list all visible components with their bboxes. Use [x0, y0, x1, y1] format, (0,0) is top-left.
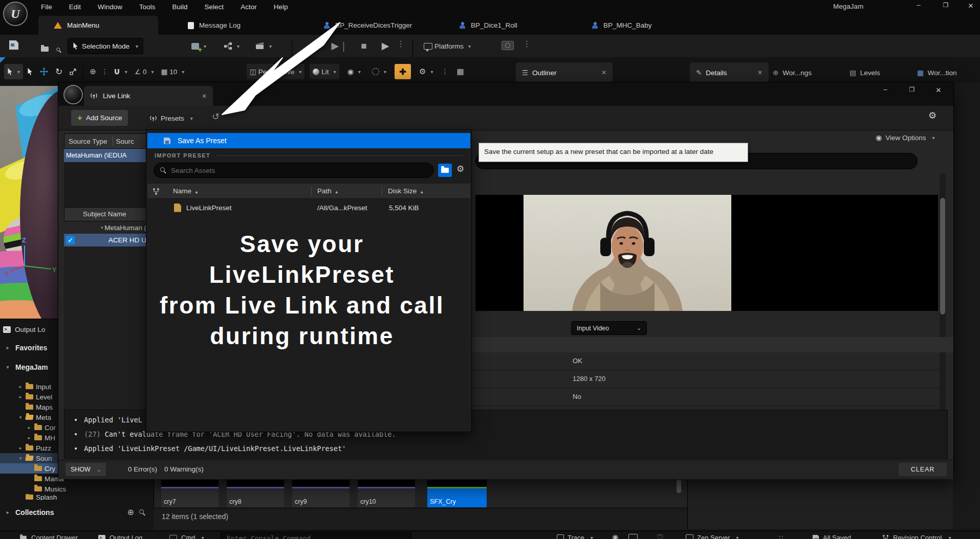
- asset-tab-bp_dice1_roll[interactable]: BP_Dice1_Roll: [457, 16, 519, 35]
- rotate-tool-icon[interactable]: ↻: [52, 64, 66, 79]
- viewport-3d-scene[interactable]: Z x Y: [0, 86, 58, 319]
- expand-arrow-icon[interactable]: ▸: [18, 394, 23, 399]
- blueprints-button[interactable]: ▾: [221, 38, 243, 54]
- menu-item-actor[interactable]: Actor: [241, 3, 257, 11]
- source-type-column[interactable]: Source Type: [64, 138, 107, 145]
- view-settings-gear-icon[interactable]: ⚙: [456, 164, 464, 174]
- column-disk-size[interactable]: Disk Size▲: [388, 187, 424, 195]
- clear-log-button[interactable]: CLEAR: [899, 463, 947, 476]
- asset-scrollbar-thumb[interactable]: [677, 480, 681, 493]
- view-options-dropdown[interactable]: ◉ View Options ▾: [876, 133, 935, 142]
- menu-item-help[interactable]: Help: [274, 3, 288, 11]
- collections-search-icon[interactable]: [139, 509, 145, 515]
- play-options-dots-icon[interactable]: ⋮: [397, 39, 405, 49]
- view-modes-dropdown[interactable]: ▾: [369, 64, 389, 79]
- subject-name-column[interactable]: Subject Name: [83, 210, 126, 218]
- all-saved-button[interactable]: All Saved: [813, 534, 851, 539]
- perspective-dropdown[interactable]: ◫ Perspective ▾: [247, 64, 304, 79]
- close-icon[interactable]: ✕: [601, 69, 606, 76]
- tab-world-partition[interactable]: ▦ Wor...tion: [911, 62, 963, 83]
- asset-tile-cry9[interactable]: cry9: [292, 480, 350, 507]
- add-source-button[interactable]: + Add Source: [71, 110, 128, 126]
- favorites-section[interactable]: ▸Favorites: [5, 344, 47, 352]
- tab-world-settings[interactable]: ⊕ Wor...ngs: [767, 62, 818, 83]
- content-drawer-button[interactable]: Content Drawer: [19, 534, 78, 539]
- open-folder-view-button[interactable]: [438, 164, 452, 177]
- menu-item-file[interactable]: File: [41, 3, 52, 11]
- trace-dropdown[interactable]: Trace▾: [557, 534, 593, 539]
- asset-tile-sfx_cry[interactable]: SFX_Cry: [427, 480, 487, 507]
- save-all-icon[interactable]: [9, 40, 18, 50]
- output-log-button[interactable]: >_ Output Log: [98, 534, 142, 539]
- add-collection-icon[interactable]: ⊕: [127, 507, 134, 517]
- lit-mode-dropdown[interactable]: Lit ▾: [310, 64, 339, 79]
- asset-tab-bp_receivedicestrigger[interactable]: BP_ReceiveDicesTrigger: [321, 16, 414, 35]
- presets-dropdown[interactable]: Presets ▾: [149, 111, 193, 125]
- tab-details[interactable]: ✎ Details ✕: [690, 62, 769, 83]
- world-space-icon[interactable]: ⊕: [86, 64, 99, 79]
- menu-item-build[interactable]: Build: [172, 3, 188, 11]
- surface-snap-dropdown[interactable]: ▾: [111, 64, 130, 79]
- selection-highlight-toggle[interactable]: ✚: [395, 64, 411, 79]
- close-icon[interactable]: ✕: [757, 69, 763, 76]
- project-section[interactable]: ▾MegaJam: [5, 363, 48, 371]
- screenshot-icon[interactable]: [628, 534, 638, 539]
- rotation-snap-dropdown[interactable]: ∠ 0 ▾: [132, 64, 157, 79]
- close-icon[interactable]: ✕: [202, 93, 207, 100]
- toolbar-options-dots-icon[interactable]: ⋮: [523, 39, 531, 49]
- tab-outliner[interactable]: ☰ Outliner ✕: [516, 62, 613, 83]
- asset-tile-cry7[interactable]: cry7: [161, 480, 219, 507]
- window-close-button[interactable]: ✕: [927, 86, 950, 94]
- browse-content-icon[interactable]: [41, 47, 49, 52]
- zen-server-dropdown[interactable]: Zen Server▾: [686, 534, 738, 539]
- output-log-tab[interactable]: >_ Output Lo: [3, 322, 45, 336]
- expand-arrow-icon[interactable]: ▸: [18, 445, 23, 451]
- revert-preset-icon[interactable]: ↺: [212, 111, 220, 122]
- console-command-input[interactable]: Enter Console Command: [220, 532, 412, 539]
- derived-data-dots-icon[interactable]: ∷: [779, 534, 783, 539]
- menu-item-window[interactable]: Window: [98, 3, 122, 11]
- asset-tab-message log[interactable]: Message Log: [186, 16, 243, 35]
- unreal-logo[interactable]: U: [3, 2, 28, 26]
- expand-arrow-icon[interactable]: ▾: [18, 415, 23, 420]
- eject-button[interactable]: ▶: [377, 37, 394, 55]
- add-actor-button[interactable]: + ▾: [188, 38, 209, 54]
- close-button[interactable]: ✕: [961, 2, 980, 10]
- show-filter-dropdown[interactable]: SHOW ⌄: [66, 463, 106, 476]
- asset-tab-bp_mhc_baby[interactable]: BP_MHC_Baby: [590, 16, 654, 35]
- recorder-icon[interactable]: [502, 41, 514, 50]
- asset-tile-cry10[interactable]: cry10: [358, 480, 415, 507]
- timer-icon[interactable]: ◉: [612, 533, 618, 539]
- grid-snap-dropdown[interactable]: ▦ 10 ▾: [158, 64, 188, 79]
- platforms-dropdown[interactable]: Platforms ▾: [421, 38, 474, 54]
- livelink-settings-gear-icon[interactable]: ⚙: [928, 110, 937, 121]
- expand-arrow-icon[interactable]: ▸: [27, 435, 32, 440]
- cinematics-button[interactable]: ▾: [253, 38, 275, 54]
- folder-tree-item-musics[interactable]: Musics: [0, 484, 154, 494]
- livelink-tab[interactable]: Live Link ✕: [84, 86, 213, 106]
- revision-control-dropdown[interactable]: Revision Control▾: [882, 534, 951, 539]
- subject-checkbox[interactable]: ✓: [66, 236, 75, 244]
- asset-tile-cry8[interactable]: cry8: [227, 480, 284, 507]
- expand-arrow-icon[interactable]: ▸: [18, 384, 23, 389]
- layout-grid-icon[interactable]: ▦: [456, 67, 464, 76]
- expand-arrow-icon[interactable]: ▸: [27, 425, 32, 430]
- source-row[interactable]: MetaHuman (\EDUA: [64, 149, 146, 162]
- search-assets-input[interactable]: Search Assets: [154, 163, 434, 178]
- asset-tab-mainmenu[interactable]: MainMenu: [38, 16, 158, 35]
- detail-scrollbar-thumb[interactable]: [940, 198, 945, 315]
- window-minimize-button[interactable]: –: [874, 85, 897, 93]
- viewport-settings-dropdown[interactable]: ⚙▾: [416, 64, 436, 79]
- preset-asset-row[interactable]: LiveLinkPreset /All/Ga...kPreset 5,504 K…: [147, 200, 470, 215]
- column-name[interactable]: Name▲: [173, 187, 199, 195]
- column-path[interactable]: Path▲: [317, 187, 339, 195]
- input-video-dropdown[interactable]: Input Video ⌄: [571, 321, 647, 335]
- transform-tool-dropdown[interactable]: ▾: [4, 64, 23, 79]
- expand-arrow-icon[interactable]: ▾: [18, 456, 23, 461]
- maximize-button[interactable]: ❐: [935, 2, 956, 9]
- selection-mode-dropdown[interactable]: Selection Mode ▾: [68, 38, 143, 54]
- save-as-preset-item[interactable]: Save As Preset: [147, 133, 470, 148]
- show-flags-dropdown[interactable]: ◉▾: [344, 64, 364, 79]
- play-button[interactable]: ▶: [309, 37, 328, 55]
- source-column[interactable]: Sourc: [113, 138, 134, 145]
